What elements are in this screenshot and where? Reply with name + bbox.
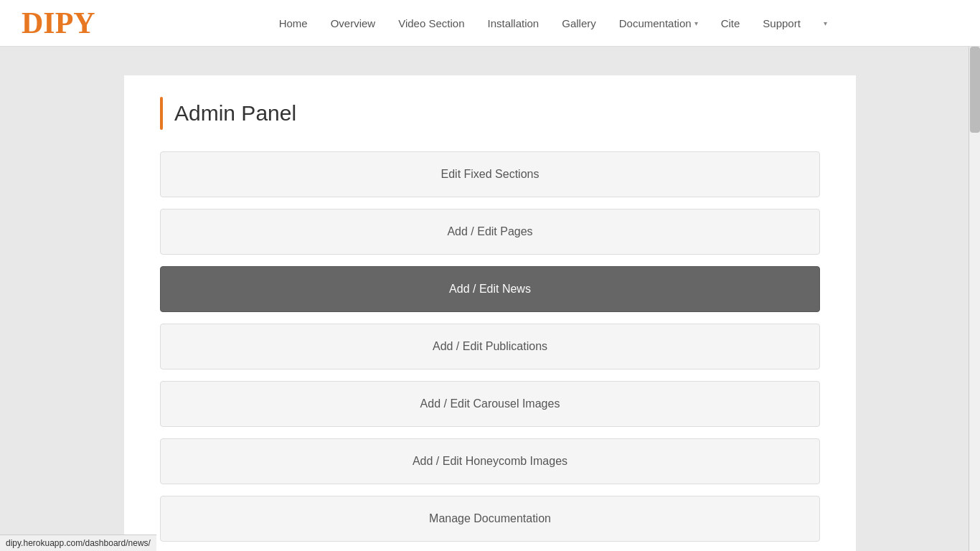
nav-link-documentation[interactable]: Documentation▾ [608, 10, 710, 37]
nav-label: Documentation [619, 17, 692, 29]
add-edit-pages-button[interactable]: Add / Edit Pages [160, 209, 820, 255]
nav-label: Gallery [562, 17, 596, 29]
nav-link-extra[interactable]: ▾ [812, 12, 839, 34]
dropdown-arrow-icon: ▾ [694, 19, 698, 27]
nav-link-home[interactable]: Home [268, 10, 319, 37]
nav-item-video-section[interactable]: Video Section [387, 10, 476, 37]
nav-label: Video Section [398, 17, 464, 29]
add-edit-publications-button[interactable]: Add / Edit Publications [160, 324, 820, 369]
nav-item-support[interactable]: Support [751, 10, 812, 37]
scrollbar-thumb[interactable] [970, 47, 980, 133]
nav-label: Home [279, 17, 308, 29]
page-title-container: Admin Panel [160, 97, 820, 130]
nav-label: Installation [488, 17, 540, 29]
nav-item-documentation[interactable]: Documentation▾ [608, 10, 710, 37]
nav-link-overview[interactable]: Overview [319, 10, 387, 37]
nav-link-support[interactable]: Support [751, 10, 812, 37]
nav-label: Support [763, 17, 801, 29]
nav-item-gallery[interactable]: Gallery [550, 10, 608, 37]
nav-label: Overview [331, 17, 376, 29]
status-url: dipy.herokuapp.com/dashboard/news/ [6, 538, 151, 548]
status-bar: dipy.herokuapp.com/dashboard/news/ [0, 534, 156, 551]
nav-item-extra[interactable]: ▾ [812, 12, 839, 34]
navbar: DIPY HomeOverviewVideo SectionInstallati… [0, 0, 980, 47]
page-title: Admin Panel [174, 97, 296, 130]
nav-link-cite[interactable]: Cite [710, 10, 752, 37]
nav-item-home[interactable]: Home [268, 10, 319, 37]
nav-link-gallery[interactable]: Gallery [550, 10, 608, 37]
add-edit-honeycomb-images-button[interactable]: Add / Edit Honeycomb Images [160, 438, 820, 484]
nav-item-installation[interactable]: Installation [476, 10, 551, 37]
nav-item-cite[interactable]: Cite [710, 10, 752, 37]
nav-menu: HomeOverviewVideo SectionInstallationGal… [268, 10, 839, 37]
page-title-accent-border [160, 97, 163, 130]
add-edit-carousel-images-button[interactable]: Add / Edit Carousel Images [160, 381, 820, 427]
nav-link-video-section[interactable]: Video Section [387, 10, 476, 37]
brand-logo[interactable]: DIPY [22, 6, 95, 40]
nav-link-installation[interactable]: Installation [476, 10, 551, 37]
manage-documentation-button[interactable]: Manage Documentation [160, 496, 820, 542]
edit-fixed-sections-button[interactable]: Edit Fixed Sections [160, 151, 820, 197]
nav-item-overview[interactable]: Overview [319, 10, 387, 37]
admin-buttons-container: Edit Fixed SectionsAdd / Edit PagesAdd /… [160, 151, 820, 542]
add-edit-news-button[interactable]: Add / Edit News [160, 266, 820, 312]
dropdown-arrow-icon: ▾ [824, 19, 827, 27]
scrollbar[interactable] [969, 0, 980, 551]
main-wrapper: Admin Panel Edit Fixed SectionsAdd / Edi… [0, 47, 980, 551]
content-area: Admin Panel Edit Fixed SectionsAdd / Edi… [124, 75, 856, 551]
nav-label: Cite [721, 17, 740, 29]
